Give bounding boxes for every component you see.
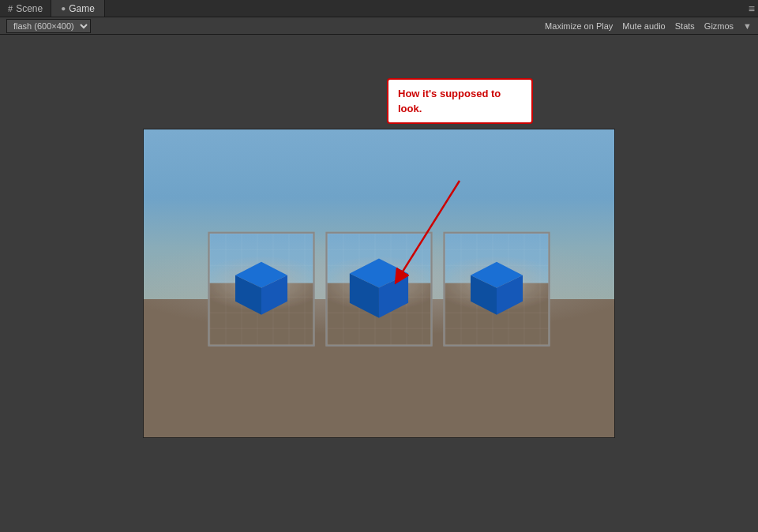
cube-panels-container bbox=[208, 232, 550, 347]
tab-game[interactable]: ● Game bbox=[51, 0, 105, 17]
gizmos-arrow-icon: ▼ bbox=[743, 21, 752, 31]
scene-icon: # bbox=[8, 4, 13, 13]
menu-icon[interactable]: ≡ bbox=[749, 2, 755, 15]
annotation-text: How it's supposed to look. bbox=[398, 88, 501, 114]
toolbar-right: Maximize on Play Mute audio Stats Gizmos… bbox=[545, 21, 752, 31]
toolbar: flash (600×400) Maximize on Play Mute au… bbox=[0, 17, 758, 35]
mute-button[interactable]: Mute audio bbox=[622, 21, 665, 31]
game-tab-label: Game bbox=[69, 3, 95, 14]
gizmos-button[interactable]: Gizmos bbox=[704, 21, 734, 31]
maximize-button[interactable]: Maximize on Play bbox=[545, 21, 613, 31]
tab-bar-right: ≡ bbox=[749, 2, 758, 15]
stats-button[interactable]: Stats bbox=[675, 21, 695, 31]
main-area: How it's supposed to look. bbox=[0, 35, 758, 532]
annotation-tooltip: How it's supposed to look. bbox=[387, 78, 533, 124]
game-icon: ● bbox=[61, 4, 66, 13]
cube-panel-center bbox=[326, 232, 433, 347]
tab-bar: # Scene ● Game ≡ bbox=[0, 0, 758, 17]
blue-cube-left bbox=[232, 257, 291, 320]
blue-cube-right bbox=[467, 257, 527, 320]
blue-cube-center bbox=[346, 253, 413, 324]
cube-panel-left bbox=[208, 232, 315, 347]
game-viewport bbox=[143, 129, 615, 438]
scene-tab-label: Scene bbox=[16, 3, 43, 14]
resolution-select[interactable]: flash (600×400) bbox=[6, 19, 91, 33]
tab-scene[interactable]: # Scene bbox=[0, 0, 51, 17]
cube-panel-right bbox=[444, 232, 550, 347]
toolbar-left: flash (600×400) bbox=[6, 19, 91, 33]
